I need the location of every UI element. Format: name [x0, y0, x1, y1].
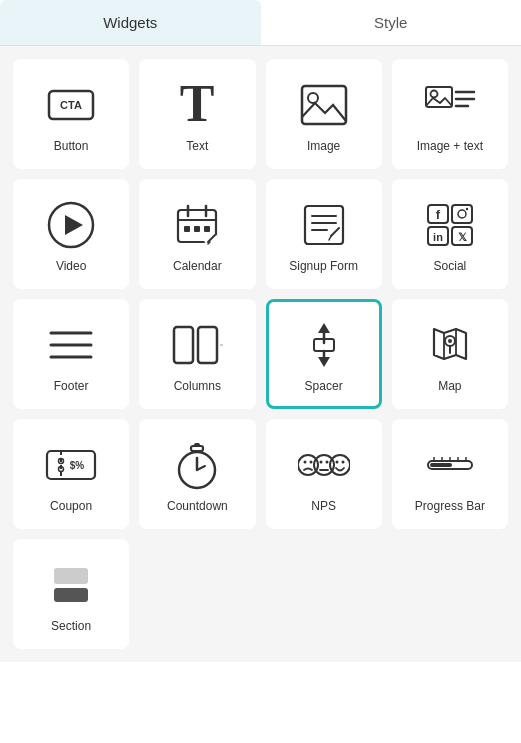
coupon-icon: $%	[45, 439, 97, 491]
svg-rect-82	[54, 588, 88, 602]
countdown-icon	[171, 439, 223, 491]
widget-calendar[interactable]: Calendar	[139, 179, 255, 289]
calendar-icon	[171, 199, 223, 251]
svg-text:f: f	[436, 207, 441, 222]
video-label: Video	[56, 259, 86, 273]
widget-section[interactable]: Section	[13, 539, 129, 649]
section-label: Section	[51, 619, 91, 633]
section-icon	[45, 559, 97, 611]
coupon-label: Coupon	[50, 499, 92, 513]
svg-marker-44	[318, 323, 330, 333]
spacer-icon	[298, 319, 350, 371]
widget-progress-bar[interactable]: Progress Bar	[392, 419, 508, 529]
svg-point-72	[335, 461, 338, 464]
svg-text:in: in	[433, 231, 443, 243]
widget-social[interactable]: f in 𝕏 Social	[392, 179, 508, 289]
widget-image[interactable]: Image	[266, 59, 382, 169]
columns-icon	[171, 319, 223, 371]
tab-bar: Widgets Style	[0, 0, 521, 46]
nps-label: NPS	[311, 499, 336, 513]
svg-rect-18	[204, 226, 210, 232]
svg-rect-3	[302, 86, 346, 124]
svg-point-4	[308, 93, 318, 103]
text-label: Text	[186, 139, 208, 153]
svg-rect-81	[54, 568, 88, 584]
widgets-panel: Widgets Style CTA Button T Text	[0, 0, 521, 743]
svg-rect-75	[430, 463, 452, 467]
svg-text:$%: $%	[70, 460, 85, 471]
text-icon: T	[171, 79, 223, 131]
image-label: Image	[307, 139, 340, 153]
image-icon	[298, 79, 350, 131]
tab-style[interactable]: Style	[261, 0, 522, 45]
svg-rect-61	[194, 443, 200, 447]
widget-text[interactable]: T Text	[139, 59, 255, 169]
widget-video[interactable]: Video	[13, 179, 129, 289]
footer-label: Footer	[54, 379, 89, 393]
progress-bar-icon	[424, 439, 476, 491]
svg-text:CTA: CTA	[60, 99, 82, 111]
svg-rect-30	[452, 205, 472, 223]
columns-label: Columns	[174, 379, 221, 393]
social-label: Social	[434, 259, 467, 273]
button-label: Button	[54, 139, 89, 153]
signup-form-icon	[298, 199, 350, 251]
image-text-label: Image + text	[417, 139, 483, 153]
social-icon: f in 𝕏	[424, 199, 476, 251]
tab-widgets[interactable]: Widgets	[0, 0, 261, 45]
button-icon: CTA	[45, 79, 97, 131]
widget-columns[interactable]: Columns	[139, 299, 255, 409]
signup-form-label: Signup Form	[289, 259, 358, 273]
svg-rect-40	[174, 327, 193, 363]
widget-nps[interactable]: NPS	[266, 419, 382, 529]
svg-point-6	[430, 91, 437, 98]
svg-rect-16	[184, 226, 190, 232]
svg-line-27	[329, 236, 331, 240]
svg-rect-22	[305, 206, 343, 244]
svg-rect-41	[198, 327, 217, 363]
svg-text:𝕏: 𝕏	[457, 231, 466, 243]
widget-footer[interactable]: Footer	[13, 299, 129, 409]
map-label: Map	[438, 379, 461, 393]
footer-icon	[45, 319, 97, 371]
widget-spacer[interactable]: Spacer	[266, 299, 382, 409]
svg-marker-48	[318, 357, 330, 367]
widget-button[interactable]: CTA Button	[13, 59, 129, 169]
svg-point-66	[309, 461, 312, 464]
svg-point-65	[303, 461, 306, 464]
widgets-grid: CTA Button T Text Image	[0, 46, 521, 662]
nps-icon	[298, 439, 350, 491]
widget-countdown[interactable]: Countdown	[139, 419, 255, 529]
svg-rect-17	[194, 226, 200, 232]
video-icon	[45, 199, 97, 251]
widget-signup-form[interactable]: Signup Form	[266, 179, 382, 289]
progress-bar-label: Progress Bar	[415, 499, 485, 513]
svg-rect-5	[426, 87, 452, 107]
svg-point-68	[319, 461, 322, 464]
svg-point-31	[458, 210, 466, 218]
svg-point-32	[466, 208, 468, 210]
svg-point-52	[448, 339, 452, 343]
calendar-label: Calendar	[173, 259, 222, 273]
countdown-label: Countdown	[167, 499, 228, 513]
svg-text:T: T	[180, 79, 215, 131]
image-text-icon	[424, 79, 476, 131]
svg-marker-11	[65, 215, 83, 235]
widget-map[interactable]: Map	[392, 299, 508, 409]
svg-point-69	[325, 461, 328, 464]
svg-line-26	[331, 228, 339, 236]
spacer-label: Spacer	[305, 379, 343, 393]
svg-point-73	[341, 461, 344, 464]
widget-image-text[interactable]: Image + text	[392, 59, 508, 169]
widget-coupon[interactable]: $% Coupon	[13, 419, 129, 529]
map-icon	[424, 319, 476, 371]
